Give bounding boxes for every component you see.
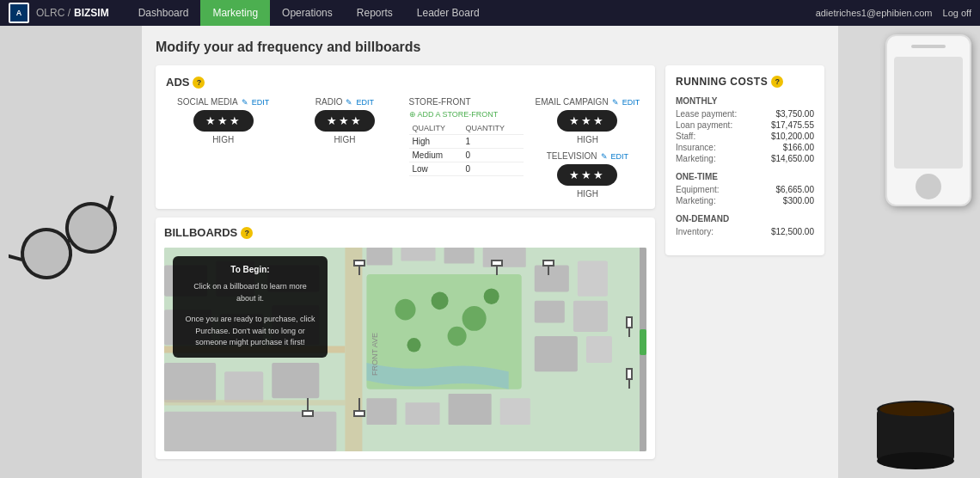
logo-icon: A xyxy=(9,3,29,23)
billboard-map[interactable]: FRONT AVE xyxy=(164,248,646,451)
radio-label: RADIO xyxy=(315,97,343,107)
nav-reports[interactable]: Reports xyxy=(345,0,405,26)
ads-section-header: ADS ? xyxy=(166,76,645,89)
billboard-marker-7[interactable] xyxy=(353,398,365,417)
map-scrollbar-thumb[interactable] xyxy=(640,329,646,355)
ad-item-storefront: STORE-FRONT ⊕ ADD A STORE-FRONT QUALITY … xyxy=(409,97,524,176)
costs-card: RUNNING COSTS ? MONTHLY Lease payment: $… xyxy=(665,65,824,255)
costs-ondemand-title: ON-DEMAND xyxy=(676,214,814,224)
email-stars-btn[interactable]: ★★★ xyxy=(557,110,617,132)
navbar: A OLRC / BIZSIM Dashboard Marketing Oper… xyxy=(0,0,980,26)
billboard-marker-4[interactable] xyxy=(626,316,633,337)
email-edit-link[interactable]: EDIT xyxy=(622,98,640,107)
svg-rect-30 xyxy=(449,394,492,425)
nav-links: Dashboard Marketing Operations Reports L… xyxy=(126,0,816,26)
svg-point-7 xyxy=(877,452,954,469)
costs-title: RUNNING COSTS xyxy=(676,76,768,88)
costs-onetime-section: ONE-TIME Equipment: $6,665.00 Marketing:… xyxy=(676,172,814,205)
ads-col4: EMAIL CAMPAIGN ✎ EDIT ★★★ HIGH TELEVISIO… xyxy=(530,97,645,199)
billboard-marker-2[interactable] xyxy=(491,260,503,275)
cost-row-inventory: Inventory: $12,500.00 xyxy=(676,227,814,236)
marketing-onetime-label: Marketing: xyxy=(676,196,716,205)
navbar-logout[interactable]: Log off xyxy=(943,8,971,18)
svg-point-13 xyxy=(432,292,449,310)
billboards-info-icon[interactable]: ? xyxy=(241,227,253,239)
svg-rect-39 xyxy=(224,371,263,402)
television-stars-btn[interactable]: ★★★ xyxy=(557,164,617,186)
billboard-marker-5[interactable] xyxy=(626,368,633,389)
nav-leaderboard[interactable]: Leader Board xyxy=(405,0,492,26)
storefront-quantity-medium: 0 xyxy=(462,149,523,162)
svg-point-8 xyxy=(879,402,952,416)
storefront-quality-medium: Medium xyxy=(409,149,462,162)
loan-label: Loan payment: xyxy=(676,120,732,130)
svg-rect-31 xyxy=(500,398,530,425)
svg-point-17 xyxy=(484,288,499,304)
svg-rect-21 xyxy=(573,301,608,332)
social-media-edit-icon: ✎ xyxy=(242,98,248,107)
table-row: Medium 0 xyxy=(409,149,524,162)
main-content: Modify your ad frequency and billboards … xyxy=(142,26,838,478)
inventory-label: Inventory: xyxy=(676,227,714,236)
social-media-stars-btn[interactable]: ★★★ xyxy=(193,110,254,132)
storefront-quantity-high: 1 xyxy=(462,135,523,149)
costs-onetime-title: ONE-TIME xyxy=(676,172,814,181)
navbar-right: adietriches1@ephibien.com Log off xyxy=(816,8,971,18)
billboards-title: BILLBOARDS xyxy=(164,226,237,239)
staff-value: $10,200.00 xyxy=(771,132,814,141)
svg-rect-24 xyxy=(366,248,392,266)
radio-edit-link[interactable]: EDIT xyxy=(356,98,374,107)
storefront-th-quantity: QUANTITY xyxy=(462,122,523,135)
television-label: TELEVISION xyxy=(547,151,597,161)
ads-info-icon[interactable]: ? xyxy=(193,77,205,89)
svg-rect-20 xyxy=(535,301,565,323)
equipment-label: Equipment: xyxy=(676,185,720,194)
svg-point-14 xyxy=(462,306,487,331)
loan-value: $17,475.55 xyxy=(771,120,814,130)
billboard-marker-3[interactable] xyxy=(542,260,554,275)
ads-card: ADS ? SOCIAL MEDIA ✎ EDIT ★★★ HIGH xyxy=(156,65,655,209)
nav-dashboard[interactable]: Dashboard xyxy=(126,0,201,26)
costs-monthly-section: MONTHLY Lease payment: $3,750.00 Loan pa… xyxy=(676,96,814,163)
add-storefront-link[interactable]: ⊕ ADD A STORE-FRONT xyxy=(409,110,524,119)
lease-value: $3,750.00 xyxy=(776,109,815,119)
svg-rect-10 xyxy=(345,248,362,451)
billboards-section-header: BILLBOARDS ? xyxy=(164,226,646,239)
table-row: Low 0 xyxy=(409,162,524,176)
cost-row-equipment: Equipment: $6,665.00 xyxy=(676,185,814,194)
svg-point-15 xyxy=(407,338,421,352)
equipment-value: $6,665.00 xyxy=(776,185,815,194)
billboard-marker-6[interactable] xyxy=(302,398,314,417)
email-edit-icon: ✎ xyxy=(612,98,619,107)
television-level: HIGH xyxy=(577,189,598,199)
svg-rect-23 xyxy=(586,336,612,363)
storefront-label: STORE-FRONT xyxy=(409,97,471,107)
map-scrollbar[interactable] xyxy=(640,248,646,451)
nav-marketing[interactable]: Marketing xyxy=(200,0,270,26)
radio-level: HIGH xyxy=(334,135,355,144)
phone-decoration xyxy=(885,34,971,206)
left-panel: ADS ? SOCIAL MEDIA ✎ EDIT ★★★ HIGH xyxy=(156,65,655,459)
costs-ondemand-section: ON-DEMAND Inventory: $12,500.00 xyxy=(676,214,814,236)
social-media-edit-link[interactable]: EDIT xyxy=(252,98,270,107)
tooltip-text-2: Once you are ready to purchase, click Pu… xyxy=(185,314,315,349)
svg-rect-26 xyxy=(444,248,475,264)
ad-item-social-media: SOCIAL MEDIA ✎ EDIT ★★★ HIGH xyxy=(166,97,280,144)
street-label: FRONT AVE xyxy=(371,332,379,375)
radio-edit-icon: ✎ xyxy=(346,98,352,107)
billboard-marker-1[interactable] xyxy=(353,260,365,275)
television-edit-icon: ✎ xyxy=(601,152,608,161)
storefront-table: QUALITY QUANTITY High 1 Medium xyxy=(409,122,524,176)
social-media-label: SOCIAL MEDIA xyxy=(177,97,238,107)
content-layout: ADS ? SOCIAL MEDIA ✎ EDIT ★★★ HIGH xyxy=(156,65,824,459)
svg-rect-27 xyxy=(483,248,526,267)
svg-rect-29 xyxy=(406,402,440,425)
svg-line-3 xyxy=(9,251,22,265)
nav-operations[interactable]: Operations xyxy=(270,0,345,26)
radio-stars-btn[interactable]: ★★★ xyxy=(315,110,375,132)
costs-info-icon[interactable]: ? xyxy=(771,76,783,88)
marketing-monthly-value: $14,650.00 xyxy=(771,154,814,163)
ads-title: ADS xyxy=(166,76,189,89)
television-edit-link[interactable]: EDIT xyxy=(611,152,629,161)
tooltip-title: To Begin: xyxy=(185,265,315,274)
